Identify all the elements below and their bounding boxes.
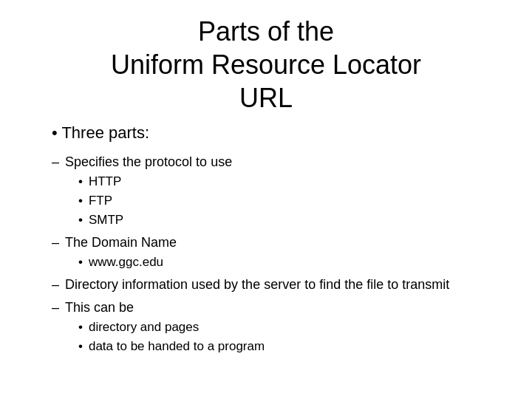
slide-title: Parts of the Uniform Resource Locator UR…	[30, 15, 502, 115]
sub-bullets-thiscanbe: • directory and pages • data to be hande…	[78, 318, 502, 355]
dash-text-thiscanbe: This can be	[65, 299, 502, 317]
dash-item-specifies: – Specifies the protocol to use	[52, 153, 502, 171]
sub-bullet-ftp-text: FTP	[89, 192, 112, 210]
sub-bullets-domain: • www.ggc.edu	[78, 253, 502, 271]
main-bullet-text: Three parts:	[61, 123, 149, 142]
title-line1: Parts of the	[198, 16, 334, 47]
sub-bullet-http-text: HTTP	[89, 173, 121, 191]
sub-bullet-smtp: • SMTP	[78, 211, 502, 229]
sub-bullet-http: • HTTP	[78, 173, 502, 191]
dot-ftp: •	[78, 192, 83, 210]
sub-bullet-dirpages-text: directory and pages	[89, 318, 199, 336]
dash-text-domain: The Domain Name	[65, 233, 502, 252]
sub-bullet-dirpages: • directory and pages	[78, 318, 502, 336]
dash-1: –	[52, 153, 59, 171]
main-bullet: • Three parts:	[52, 123, 149, 143]
title-line2: Uniform Resource Locator	[111, 50, 421, 80]
title-line3: URL	[239, 83, 293, 113]
dot-www: •	[78, 253, 83, 271]
slide: Parts of the Uniform Resource Locator UR…	[0, 0, 532, 399]
sub-bullet-www: • www.ggc.edu	[78, 253, 502, 271]
content-area: – Specifies the protocol to use • HTTP •…	[52, 149, 502, 384]
dash-item-thiscanbe: – This can be	[52, 299, 502, 317]
sub-bullet-ftp: • FTP	[78, 192, 502, 210]
dot-http: •	[78, 173, 83, 191]
dot-dirpages: •	[78, 318, 83, 336]
main-bullet-line: • Three parts:	[30, 123, 502, 143]
dash-3: –	[52, 276, 59, 294]
dot-dataprogram: •	[78, 338, 83, 355]
sub-bullet-www-text: www.ggc.edu	[89, 253, 163, 271]
dash-text-directory: Directory information used by the server…	[65, 276, 502, 294]
sub-bullet-dataprogram: • data to be handed to a program	[78, 338, 502, 355]
dash-text-specifies: Specifies the protocol to use	[65, 153, 502, 171]
dash-4: –	[52, 299, 59, 317]
sub-bullets-specifies: • HTTP • FTP • SMTP	[78, 173, 502, 228]
title-block: Parts of the Uniform Resource Locator UR…	[30, 15, 502, 115]
dash-2: –	[52, 233, 59, 252]
sub-bullet-dataprogram-text: data to be handed to a program	[89, 338, 265, 355]
dot-smtp: •	[78, 211, 83, 229]
sub-bullet-smtp-text: SMTP	[89, 211, 123, 229]
dash-item-directory: – Directory information used by the serv…	[52, 276, 502, 294]
dash-item-domain: – The Domain Name	[52, 233, 502, 252]
